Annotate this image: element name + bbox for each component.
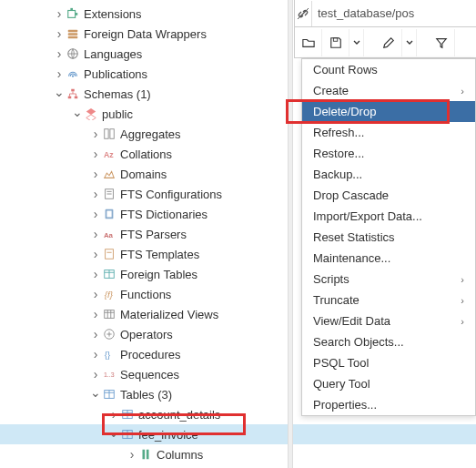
- schemas-icon: [66, 86, 80, 101]
- chevron-right-icon[interactable]: [53, 26, 66, 41]
- menu-maintenance[interactable]: Maintenance...: [302, 248, 475, 269]
- menu-label: Delete/Drop: [313, 105, 376, 118]
- chevron-right-icon[interactable]: [89, 147, 102, 161]
- menu-create[interactable]: Create›: [302, 80, 475, 101]
- tree-label: Foreign Data Wrappers: [84, 27, 207, 41]
- folder-open-button[interactable]: [295, 29, 322, 56]
- chevron-right-icon[interactable]: [53, 6, 66, 21]
- svg-rect-18: [106, 211, 111, 218]
- tree-label: Procedures: [120, 348, 180, 361]
- tree-label: Operators: [120, 328, 173, 341]
- menu-drop-cascade[interactable]: Drop Cascade: [302, 185, 475, 206]
- tree-label: Domains: [120, 168, 167, 181]
- edit-dropdown[interactable]: [402, 29, 417, 56]
- chevron-right-icon[interactable]: [107, 407, 120, 422]
- menu-count-rows[interactable]: Count Rows: [302, 59, 475, 80]
- chevron-down-icon[interactable]: [53, 86, 66, 101]
- extensions-icon: [66, 6, 80, 21]
- menu-truncate[interactable]: Truncate›: [302, 290, 475, 310]
- menu-search-objects[interactable]: Search Objects...: [302, 331, 475, 352]
- chevron-right-icon[interactable]: [89, 327, 102, 341]
- chevron-down-icon[interactable]: [89, 387, 102, 402]
- tree-label: FTS Dictionaries: [120, 208, 208, 221]
- svg-rect-11: [105, 129, 108, 139]
- menu-label: PSQL Tool: [313, 356, 369, 370]
- menu-label: Count Rows: [313, 63, 378, 76]
- vertical-splitter[interactable]: [288, 0, 293, 468]
- svg-point-7: [72, 76, 74, 77]
- publications-icon: [66, 66, 80, 81]
- tree-label: FTS Configurations: [120, 188, 222, 201]
- menu-label: Properties...: [313, 398, 377, 412]
- chevron-down-icon[interactable]: [71, 107, 84, 121]
- tree-label: account_details: [138, 408, 220, 422]
- chevron-right-icon[interactable]: [53, 66, 66, 81]
- save-button[interactable]: [322, 29, 349, 56]
- path-bar: [294, 0, 476, 27]
- save-dropdown[interactable]: [349, 29, 364, 56]
- svg-text:Aa: Aa: [104, 231, 114, 239]
- menu-query-tool[interactable]: Query Tool: [302, 373, 475, 394]
- chevron-right-icon[interactable]: [89, 247, 102, 261]
- fts-parsers-icon: Aa: [102, 227, 116, 241]
- table-icon: [120, 427, 135, 442]
- menu-backup[interactable]: Backup...: [302, 164, 475, 185]
- tree-label: fee_invoice: [138, 428, 198, 442]
- chevron-right-icon[interactable]: [89, 227, 102, 241]
- aggregates-icon: [102, 127, 116, 141]
- menu-view-edit[interactable]: View/Edit Data›: [302, 310, 475, 331]
- menu-delete-drop[interactable]: Delete/Drop: [302, 101, 475, 122]
- tree-label: Aggregates: [120, 127, 181, 141]
- chevron-right-icon[interactable]: [126, 447, 138, 462]
- tree-label: Functions: [120, 288, 171, 301]
- chevron-right-icon: ›: [461, 295, 464, 306]
- tree-item-columns[interactable]: Columns: [0, 444, 476, 464]
- functions-icon: {f}: [102, 287, 116, 301]
- chevron-down-icon[interactable]: [107, 427, 120, 442]
- menu-label: Reset Statistics: [313, 230, 395, 244]
- mat-views-icon: [102, 307, 116, 321]
- chevron-right-icon[interactable]: [89, 167, 102, 181]
- svg-rect-0: [68, 11, 76, 18]
- menu-refresh[interactable]: Refresh...: [302, 122, 475, 143]
- menu-scripts[interactable]: Scripts›: [302, 269, 475, 290]
- menu-properties[interactable]: Properties...: [302, 394, 475, 415]
- tree-label: Publications: [84, 67, 147, 81]
- chevron-right-icon[interactable]: [53, 46, 66, 61]
- tree-label: Materialized Views: [120, 308, 218, 321]
- fts-conf-icon: [102, 187, 116, 201]
- edit-button[interactable]: [375, 29, 402, 56]
- chevron-right-icon[interactable]: [89, 367, 102, 382]
- chevron-right-icon[interactable]: [89, 307, 102, 321]
- toolbar: [294, 27, 476, 58]
- tree-label: public: [102, 107, 133, 121]
- chevron-right-icon[interactable]: [89, 127, 102, 141]
- tree-item-constraints[interactable]: Constraints: [0, 464, 476, 468]
- tree-item-fee-invoice[interactable]: fee_invoice: [0, 424, 476, 444]
- menu-label: Refresh...: [313, 126, 364, 139]
- chevron-right-icon[interactable]: [89, 187, 102, 201]
- menu-label: Maintenance...: [313, 251, 390, 265]
- filter-button[interactable]: [428, 29, 455, 56]
- menu-reset-stats[interactable]: Reset Statistics: [302, 227, 475, 248]
- tree-label: Columns: [157, 448, 203, 462]
- foreign-tables-icon: [102, 267, 116, 281]
- menu-import-export[interactable]: Import/Export Data...: [302, 206, 475, 227]
- menu-psql[interactable]: PSQL Tool: [302, 352, 475, 373]
- chevron-right-icon: ›: [461, 86, 464, 97]
- chevron-right-icon[interactable]: [89, 347, 102, 361]
- svg-text:{}: {}: [105, 350, 111, 360]
- svg-rect-12: [110, 129, 114, 139]
- schema-icon: [84, 107, 98, 121]
- chevron-right-icon[interactable]: [89, 287, 102, 301]
- disconnect-icon[interactable]: [295, 1, 312, 26]
- path-input[interactable]: [312, 6, 476, 20]
- chevron-right-icon[interactable]: [89, 267, 102, 281]
- tree-label: Extensions: [84, 7, 142, 21]
- tree-label: Collations: [120, 148, 172, 161]
- menu-restore[interactable]: Restore...: [302, 143, 475, 164]
- chevron-right-icon[interactable]: [89, 207, 102, 221]
- menu-label: Scripts: [313, 272, 349, 286]
- columns-icon: [138, 447, 153, 462]
- tree-label: FTS Parsers: [120, 228, 187, 241]
